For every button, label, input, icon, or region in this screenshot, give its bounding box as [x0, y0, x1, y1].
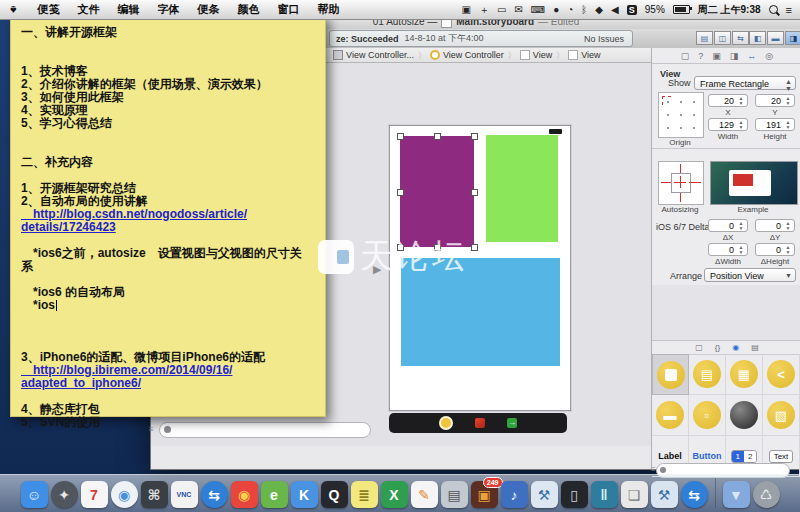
file-template-library-tab[interactable]: ▢: [695, 343, 703, 352]
dock-icon-finder[interactable]: ☺: [21, 481, 48, 508]
glkit-view-controller-item[interactable]: [726, 395, 763, 436]
dock-icon-launchpad[interactable]: ✦: [51, 481, 78, 508]
selection-handle[interactable]: [434, 133, 441, 140]
height-stepper[interactable]: ▲▼: [783, 120, 793, 130]
dock-icon-xcode-alt[interactable]: ⚒: [651, 481, 678, 508]
dock-icon-xcode[interactable]: ⚒: [531, 481, 558, 508]
view-controller-item[interactable]: [652, 354, 689, 395]
dock-icon-trash[interactable]: ♺: [753, 481, 780, 508]
dock-icon-music-app[interactable]: ♪: [501, 481, 528, 508]
object-library-tab[interactable]: ◉: [732, 343, 739, 352]
utilities-toggle-button[interactable]: ◨: [785, 31, 800, 45]
assistant-editor-button[interactable]: ◫: [714, 31, 731, 45]
x-field[interactable]: 20▲▼: [708, 94, 748, 107]
menu-item-便笺[interactable]: 便笺: [28, 2, 68, 17]
quick-help-tab[interactable]: ?: [698, 51, 703, 61]
navigation-controller-item[interactable]: <: [763, 354, 800, 395]
table-view-controller-item[interactable]: ▤: [689, 354, 726, 395]
menu-item-字体[interactable]: 字体: [148, 2, 188, 17]
tab-bar-controller-item[interactable]: ▬: [652, 395, 689, 436]
screenflow-icon[interactable]: S: [627, 5, 637, 15]
selection-handle[interactable]: [397, 189, 404, 196]
purple-subview[interactable]: [400, 136, 474, 247]
dock-icon-box-app[interactable]: ▣249: [471, 481, 498, 508]
dock-icon-evernote[interactable]: e: [261, 481, 288, 508]
height-field[interactable]: 191▲▼: [755, 118, 795, 131]
dock-icon-notes-app[interactable]: ▤: [441, 481, 468, 508]
menu-item-文件[interactable]: 文件: [68, 2, 108, 17]
messages-icon[interactable]: ✉: [514, 4, 522, 15]
menu-item-颜色[interactable]: 颜色: [228, 2, 268, 17]
apple-menu-icon[interactable]: ♠: [0, 3, 28, 17]
dock-icon-qq[interactable]: Q: [321, 481, 348, 508]
selection-handle[interactable]: [397, 244, 404, 251]
delta-x-stepper[interactable]: ▲▼: [736, 221, 746, 231]
view-controller-icon[interactable]: [439, 416, 453, 430]
breadcrumb-item[interactable]: View Controller: [430, 50, 504, 60]
breadcrumb-item[interactable]: View: [520, 50, 552, 60]
first-responder-icon[interactable]: [475, 418, 485, 428]
keyboard-icon[interactable]: ⌨: [531, 4, 545, 15]
lock-icon[interactable]: ●: [553, 4, 559, 15]
dock-icon-stickies[interactable]: ≣: [351, 481, 378, 508]
display-icon[interactable]: ▭: [497, 4, 506, 15]
volume-icon[interactable]: ◀: [611, 4, 619, 15]
menu-item-便条[interactable]: 便条: [188, 2, 228, 17]
sync-icon[interactable]: ▣: [462, 4, 471, 15]
dock-icon-preview-photos[interactable]: ❏: [621, 481, 648, 508]
note-text[interactable]: 一、讲解开源框架1、技术博客2、介绍你讲解的框架（使用场景、演示效果）3、如何使…: [11, 19, 325, 429]
exit-segue-icon[interactable]: →: [507, 418, 517, 428]
airplay-icon[interactable]: ◆: [595, 4, 603, 15]
width-stepper[interactable]: ▲▼: [736, 120, 746, 130]
breadcrumb-item[interactable]: View: [568, 50, 600, 60]
note-link[interactable]: adapted_to_iphone6/: [21, 377, 319, 390]
menu-item-编辑[interactable]: 编辑: [108, 2, 148, 17]
version-editor-button[interactable]: ⇆: [732, 31, 749, 45]
navigator-toggle-button[interactable]: ◧: [749, 31, 766, 45]
debug-area-toggle-button[interactable]: ▬: [767, 31, 784, 45]
delta-width-field[interactable]: 0▲▼: [708, 243, 748, 256]
selection-handle[interactable]: [471, 189, 478, 196]
delta-x-field[interactable]: 0▲▼: [708, 219, 748, 232]
dock-icon-instruments[interactable]: ‖: [591, 481, 618, 508]
size-inspector-tab[interactable]: ↔: [747, 51, 756, 61]
delta-height-field[interactable]: 0▲▼: [755, 243, 795, 256]
delta-y-field[interactable]: 0▲▼: [755, 219, 795, 232]
standard-editor-button[interactable]: ▤: [696, 31, 713, 45]
dock-icon-keyboard-app[interactable]: ⌘: [141, 481, 168, 508]
view-controller-view[interactable]: [389, 125, 571, 411]
page-view-controller-item[interactable]: ▫: [689, 395, 726, 436]
collection-view-controller-item[interactable]: ▦: [726, 354, 763, 395]
stickies-note[interactable]: 一、讲解开源框架1、技术博客2、介绍你讲解的框架（使用场景、演示效果）3、如何使…: [10, 14, 326, 417]
dock-icon-vnc-viewer[interactable]: VNC: [171, 481, 198, 508]
delta-height-stepper[interactable]: ▲▼: [783, 245, 793, 255]
attributes-inspector-tab[interactable]: ◨: [730, 51, 739, 61]
time-machine-icon[interactable]: ◔: [567, 4, 573, 15]
dock-icon-downloads-folder[interactable]: ▼: [723, 481, 750, 508]
notification-center-icon[interactable]: ≡: [786, 4, 792, 16]
identity-inspector-tab[interactable]: ▣: [712, 51, 721, 61]
dock-icon-teamviewer-alt[interactable]: ⇆: [681, 481, 708, 508]
note-link[interactable]: details/17246423: [21, 221, 319, 234]
autosizing-control[interactable]: [658, 161, 704, 205]
blue-subview[interactable]: [401, 258, 560, 366]
origin-selector[interactable]: [658, 92, 704, 138]
y-stepper[interactable]: ▲▼: [783, 96, 793, 106]
delta-y-stepper[interactable]: ▲▼: [783, 221, 793, 231]
menu-item-帮助[interactable]: 帮助: [308, 2, 348, 17]
dock-icon-ios-simulator[interactable]: ▯: [561, 481, 588, 508]
show-dropdown[interactable]: Frame Rectangle ▲▼: [694, 76, 796, 90]
green-subview[interactable]: [486, 135, 558, 242]
dock-icon-xmind[interactable]: X: [381, 481, 408, 508]
dock-icon-calendar[interactable]: 7: [81, 481, 108, 508]
connections-inspector-tab[interactable]: ◎: [765, 51, 773, 61]
delta-width-stepper[interactable]: ▲▼: [736, 245, 746, 255]
arrange-dropdown[interactable]: Position View ▼: [704, 268, 796, 282]
breadcrumb-item[interactable]: View Controller...: [333, 50, 414, 60]
plus-icon[interactable]: ＋: [479, 3, 489, 17]
code-snippet-library-tab[interactable]: {}: [715, 343, 720, 352]
dock-icon-teamviewer[interactable]: ⇆: [201, 481, 228, 508]
dock-icon-airport-utility[interactable]: ◉: [111, 481, 138, 508]
object-item[interactable]: ▧: [763, 395, 800, 436]
selection-handle[interactable]: [397, 133, 404, 140]
